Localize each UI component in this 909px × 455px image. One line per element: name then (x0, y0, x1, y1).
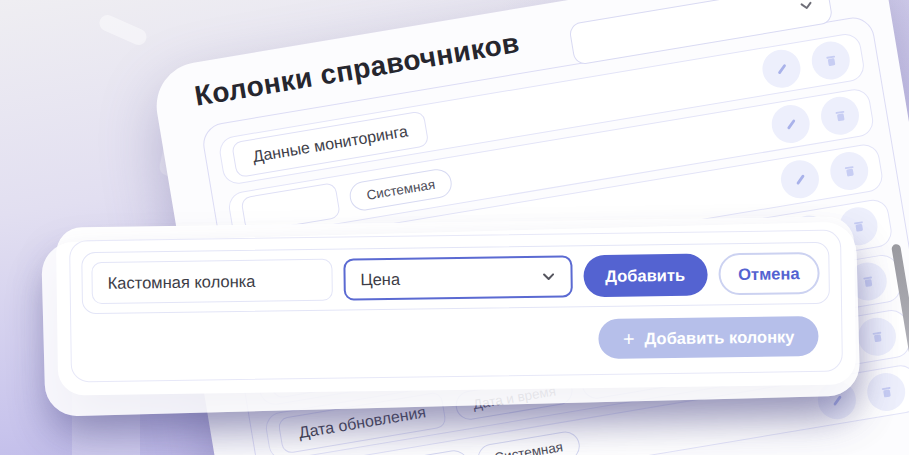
delete-column-button[interactable] (827, 149, 871, 193)
column-tags: Системная (347, 166, 454, 212)
column-type-select-value: Цена (360, 269, 400, 289)
delete-column-button[interactable] (855, 315, 899, 359)
delete-column-button[interactable] (864, 370, 908, 414)
cancel-add-column-button[interactable]: Отмена (718, 252, 820, 295)
column-type-select[interactable]: Цена (343, 255, 572, 300)
trash-icon (859, 273, 876, 290)
add-column-form: Кастомная колонка Цена Добавить Отмена (81, 242, 830, 314)
submit-add-column-button[interactable]: Добавить (583, 253, 707, 297)
column-tag: Число (394, 448, 471, 455)
add-column-panel: Кастомная колонка Цена Добавить Отмена +… (69, 230, 843, 383)
trash-icon (831, 107, 848, 124)
edit-column-button[interactable] (769, 102, 813, 146)
column-tag: Системная (475, 429, 582, 455)
add-column-modal: Кастомная колонка Цена Добавить Отмена +… (56, 216, 856, 395)
pencil-icon (791, 171, 808, 188)
column-name-input[interactable]: Кастомная колонка (91, 259, 332, 304)
trash-icon (822, 52, 839, 69)
app-background: Колонки справочников Данные мониторинга (0, 0, 909, 455)
add-column-button-label: Добавить колонку (644, 327, 794, 348)
trash-icon (878, 383, 895, 400)
plus-icon: + (623, 329, 635, 349)
edit-column-button[interactable] (778, 157, 822, 201)
delete-column-button[interactable] (818, 94, 862, 138)
trash-icon (868, 328, 885, 345)
column-name-input-value: Кастомная колонка (108, 271, 256, 292)
trash-icon (850, 218, 867, 235)
pencil-icon (782, 115, 799, 132)
column-tag: Системная (347, 166, 454, 212)
decor-strip (97, 13, 149, 48)
pencil-icon (773, 60, 790, 77)
chevron-down-icon (539, 268, 557, 286)
delete-column-button[interactable] (809, 39, 853, 83)
column-name-value: Данные мониторинга (251, 122, 409, 166)
add-column-row: + Добавить колонку (82, 304, 831, 370)
chevron-down-icon (796, 0, 817, 16)
add-column-button[interactable]: + Добавить колонку (599, 316, 819, 359)
trash-icon (841, 162, 858, 179)
edit-column-button[interactable] (760, 47, 804, 91)
